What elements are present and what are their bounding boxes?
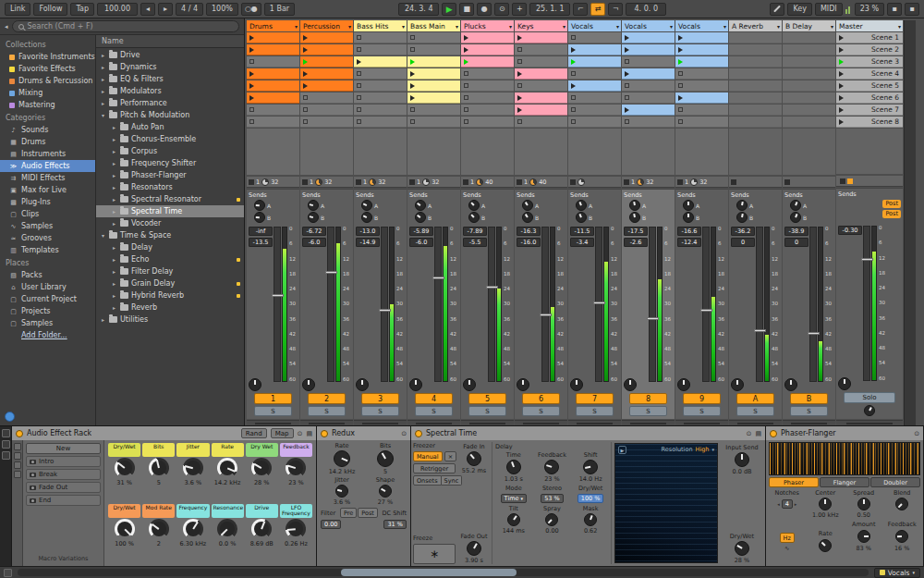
clip-stop-icon[interactable]	[571, 95, 576, 100]
volume-fader[interactable]	[274, 227, 281, 382]
filter-pre-button[interactable]: Pre	[340, 508, 357, 518]
clip-slot[interactable]	[568, 80, 621, 92]
volume-fader[interactable]	[756, 227, 763, 382]
track-activator-button[interactable]: 9	[683, 393, 721, 404]
peak-value[interactable]: -14.9	[356, 238, 380, 247]
volume-value[interactable]: -16.3	[517, 227, 541, 236]
tree-item-auto-pan[interactable]: ▸Auto Pan	[96, 121, 244, 133]
clip-slot[interactable]	[675, 56, 728, 68]
scene-slot-5[interactable]: Scene 5	[836, 80, 903, 92]
key-map-button[interactable]: Key	[787, 3, 812, 16]
empty-clip-slot[interactable]	[461, 105, 514, 116]
scene-slot-8[interactable]: Scene 8	[836, 117, 903, 128]
nudge-down-button[interactable]: ◂	[140, 3, 155, 16]
expand-arrow-icon[interactable]: ▸	[100, 64, 106, 70]
clip-slot[interactable]	[407, 68, 460, 80]
pan-knob[interactable]	[356, 378, 369, 391]
category-item-plug-ins[interactable]: ▩Plug-Ins	[0, 196, 95, 208]
volume-fader[interactable]	[863, 226, 870, 381]
clip-stop-icon[interactable]	[625, 59, 629, 64]
solo-button[interactable]: S	[522, 406, 560, 416]
collection-item-favorite-instruments[interactable]: Favorite Instruments	[0, 51, 95, 63]
send-a-knob[interactable]	[522, 200, 533, 211]
clip-launch-icon[interactable]	[249, 47, 254, 53]
redux-drywet-value[interactable]: 31 %	[383, 520, 407, 529]
empty-slot[interactable]	[783, 117, 835, 128]
notches-stepper[interactable]: ◂ 4 ▸	[777, 499, 796, 509]
tree-item-resonators[interactable]: ▸Resonators	[96, 181, 244, 193]
decrement-icon[interactable]: ◂	[777, 501, 780, 507]
fade-in-knob[interactable]	[467, 451, 481, 466]
map-button[interactable]: Map	[271, 428, 294, 438]
macro-knob[interactable]	[149, 519, 169, 539]
empty-slot[interactable]	[729, 92, 782, 104]
peak-value[interactable]: -12.4	[677, 238, 701, 247]
clip-slot[interactable]	[515, 105, 567, 116]
loop-start-field[interactable]: 25. 1. 1	[529, 3, 570, 16]
solo-button[interactable]: S	[361, 406, 399, 416]
display-mode-icon[interactable]: ▶	[618, 446, 626, 454]
expand-arrow-icon[interactable]: ▸	[111, 148, 117, 154]
info-view-icon[interactable]	[2, 451, 10, 460]
send-b-knob[interactable]	[683, 212, 694, 223]
output-drywet-value[interactable]: 28 %	[735, 557, 750, 564]
tree-item-delay[interactable]: ▸Delay	[96, 241, 244, 253]
tree-item-corpus[interactable]: ▸Corpus	[96, 145, 244, 157]
volume-value[interactable]: -38.9	[784, 227, 808, 236]
track-activator-button[interactable]: 5	[468, 393, 506, 404]
clip-launch-icon[interactable]	[625, 47, 629, 53]
track-stop-icon[interactable]	[302, 179, 308, 185]
empty-clip-slot[interactable]	[247, 105, 299, 116]
bits-knob[interactable]	[377, 450, 394, 467]
peak-value[interactable]: -6.0	[409, 238, 433, 247]
send-b-post-toggle[interactable]: Post	[882, 210, 901, 218]
fader-handle[interactable]	[486, 286, 498, 289]
rand-button[interactable]: Rand	[241, 428, 267, 438]
expand-arrow-icon[interactable]: ▸	[100, 76, 106, 82]
fader-handle[interactable]	[272, 294, 284, 297]
browser-collapse-icon[interactable]: ◂	[5, 23, 8, 31]
pan-knob[interactable]	[731, 378, 744, 391]
clip-stop-icon[interactable]	[303, 107, 308, 112]
clip-launch-icon[interactable]	[678, 59, 683, 65]
fade-out-knob[interactable]	[467, 541, 481, 556]
expand-arrow-icon[interactable]: ▸	[111, 124, 117, 130]
fader-handle[interactable]	[754, 329, 766, 332]
scene-slot-2[interactable]: Scene 2	[836, 44, 903, 55]
punch-out-button[interactable]: ¬	[608, 3, 623, 16]
empty-clip-slot[interactable]	[354, 92, 407, 104]
empty-slot[interactable]	[783, 44, 835, 55]
empty-clip-slot[interactable]	[515, 80, 567, 92]
clip-slot[interactable]	[515, 32, 567, 43]
clip-slot[interactable]	[247, 92, 299, 104]
time-knob[interactable]	[506, 460, 521, 474]
scrollbar-thumb[interactable]	[341, 569, 517, 576]
search-input[interactable]: Search (Cmd + F)	[12, 20, 239, 32]
clip-slot[interactable]	[461, 44, 514, 55]
fold-device-icon[interactable]: ▤	[306, 430, 312, 437]
hot-swap-icon[interactable]: ⊙	[747, 430, 752, 437]
empty-slot[interactable]	[729, 117, 782, 128]
empty-slot[interactable]	[729, 68, 782, 80]
time-value[interactable]: 1.03 s	[505, 475, 523, 483]
shift-value[interactable]: 14.0 Hz	[579, 475, 602, 483]
macro-knob[interactable]	[286, 458, 306, 478]
empty-clip-slot[interactable]	[622, 117, 675, 128]
clip-slot[interactable]	[407, 92, 460, 104]
track-stop-icon[interactable]	[570, 179, 576, 185]
scene-slot-7[interactable]: Scene 7	[836, 105, 903, 116]
macro-value[interactable]: 3.6 %	[185, 479, 202, 486]
fader-handle[interactable]	[647, 317, 659, 320]
play-button[interactable]: ▶	[442, 3, 456, 16]
clip-stop-icon[interactable]	[303, 119, 308, 124]
fade-in-value[interactable]: 55.2 ms	[462, 467, 486, 474]
clip-slot[interactable]	[407, 56, 460, 68]
macro-value[interactable]: 23 %	[288, 479, 304, 486]
clip-slot[interactable]	[675, 44, 728, 55]
amount-value[interactable]: 83 %	[856, 545, 871, 552]
macro-knob[interactable]	[183, 458, 203, 478]
collections-header[interactable]: Collections	[0, 38, 95, 51]
back-to-arrangement-icon[interactable]	[847, 178, 853, 184]
volume-value[interactable]: -7.89	[463, 227, 487, 236]
show-variations-icon[interactable]	[14, 471, 21, 478]
